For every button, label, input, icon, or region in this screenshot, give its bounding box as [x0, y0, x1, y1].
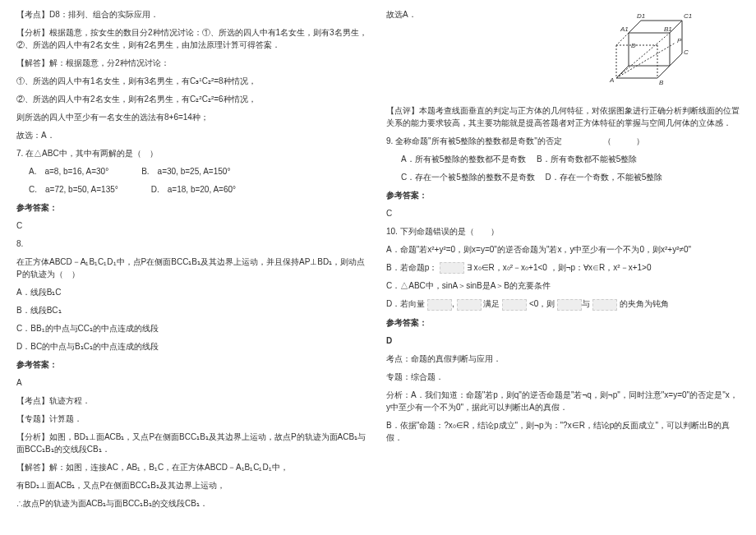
formula-exists-icon: [440, 262, 464, 274]
vector-b2-icon: [592, 299, 617, 311]
q10-kaodian: 考点：命题的真假判断与应用．: [386, 353, 740, 365]
svg-marker-0: [629, 33, 670, 66]
jieda-head: 【解答】解：根据题意，分2种情况讨论：: [16, 57, 370, 69]
q10-d-mid: 满足: [483, 299, 500, 308]
q10-d-end: 的夹角为钝角: [620, 299, 669, 308]
q7-opt-b: B. a=30, b=25, A=150°: [141, 165, 230, 178]
q7-stem: 7. 在△ABC中，其中有两解的是（ ）: [16, 147, 370, 159]
q8-zhuanti: 【专题】计算题．: [16, 413, 370, 425]
left-column: 【考点】D8：排列、组合的实际应用． 【分析】根据题意，按女生的数目分2种情况讨…: [0, 0, 378, 535]
q7-ans: C: [16, 219, 370, 232]
q10-d-tail: <0，则: [529, 299, 555, 308]
label-b1: B1: [664, 25, 672, 33]
q7-options-row1: A. a=8, b=16, A=30° B. a=30, b=25, A=150…: [29, 165, 370, 178]
vector-a-icon: [427, 299, 452, 311]
label-b: B: [659, 79, 664, 86]
q8-stem: 在正方体ABCD－A₁B₁C₁D₁中，点P在侧面BCC₁B₁及其边界上运动，并且…: [16, 256, 370, 280]
svg-line-4: [616, 33, 629, 45]
q10-ref: 参考答案：: [386, 316, 740, 329]
fenxi-line: 【分析】根据题意，按女生的数目分2种情况讨论：①、所选的四人中有1名女生，则有3…: [16, 26, 370, 51]
q8-kaodian: 【考点】轨迹方程．: [16, 394, 370, 407]
q10-zhuanti: 专题：综合题．: [386, 371, 740, 383]
q7-opt-c: C. a=72, b=50, A=135°: [29, 183, 118, 196]
q8-opt-a: A．线段B₁C: [16, 286, 370, 298]
q8-opt-c: C．BB₁的中点与CC₁的中点连成的线段: [16, 322, 370, 334]
q9-stem: 9. 全称命题"所有被5整除的整数都是奇数"的否定 （ ）: [386, 135, 740, 147]
q10-opt-a: A．命题"若x²+y²=0，则x=y=0"的逆否命题为"若x，y中至少有一个不为…: [386, 243, 740, 256]
label-c: C: [684, 48, 689, 56]
svg-line-15: [616, 43, 675, 78]
q8-opt-d: D．BC的中点与B₁C₁的中点连成的线段: [16, 340, 370, 353]
q9-ref: 参考答案：: [386, 189, 740, 201]
q8-ans: A: [16, 376, 370, 389]
right-column: 故选A． D1 C1 A1 B1 P D C: [378, 0, 756, 535]
q10-opt-b: B．若命题p： ∃ x₀∈R，x₀²－x₀+1<0 ，则¬p：∀x∈R，x²－x…: [386, 261, 740, 274]
q7-ref: 参考答案：: [16, 201, 370, 214]
q9-opt-d: D．存在一个奇数，不能被5整除: [546, 173, 663, 182]
q8-ref: 参考答案：: [16, 358, 370, 371]
q10-b-head: B．若命题p：: [386, 263, 437, 272]
label-a: A: [609, 76, 614, 84]
cube-diagram: D1 C1 A1 B1 P D C A B: [608, 8, 707, 90]
q7-options-row2: C. a=72, b=50, A=135° D. a=18, b=20, A=6…: [29, 183, 370, 196]
svg-line-14: [616, 33, 670, 78]
q7-opt-a: A. a=8, b=16, A=30°: [29, 165, 108, 178]
svg-line-6: [629, 21, 641, 33]
label-d1: D1: [637, 12, 645, 20]
q9-opts-row1: A．所有被5整除的整数都不是奇数 B．所有奇数都不能被5整除: [386, 153, 740, 165]
q8-jieda2: 有BD₁⊥面ACB₁，又点P在侧面BCC₁B₁及其边界上运动，: [16, 479, 370, 491]
svg-line-2: [657, 66, 670, 78]
vector-b-icon: [457, 299, 482, 311]
q9-opt-c: C．存在一个被5整除的整数不是奇数: [401, 173, 535, 182]
dot-product-icon: [502, 299, 527, 311]
guxuan: 故选：A．: [16, 129, 370, 141]
q10-ans: D: [386, 334, 740, 347]
case-sum: 则所选的四人中至少有一名女生的选法有8+6=14种；: [16, 111, 370, 123]
svg-line-1: [616, 66, 629, 78]
q10-fenxi-a: 分析：A．我们知道：命题"若p，则q"的逆否命题是"若¬q，则¬p"，同时注意"…: [386, 389, 740, 413]
q10-opt-d: D．若向量 , 满足 <0，则 与 的夹角为钝角: [386, 297, 740, 310]
svg-line-9: [670, 53, 682, 66]
q10-b-mid: ，则¬p：∀x∈R，x²－x+1>0: [550, 263, 652, 272]
q8-jieda1: 【解答】解：如图，连接AC，AB₁，B₁C，在正方体ABCD－A₁B₁C₁D₁中…: [16, 461, 370, 473]
case1: ①、所选的四人中有1名女生，则有3名男生，有C₃¹C₂²=8种情况，: [16, 75, 370, 87]
q9-opt-a: A．所有被5整除的整数都不是奇数: [401, 155, 526, 164]
q10-d-head: D．若向量: [386, 299, 425, 308]
q8-jieda3: ∴故点P的轨迹为面ACB₁与面BCC₁B₁的交线段CB₁．: [16, 497, 370, 510]
label-c1: C1: [684, 12, 692, 20]
q9-opt-b: B．所有奇数都不能被5整除: [537, 155, 637, 164]
case2: ②、所选的四人中有2名女生，则有2名男生，有C₂²C₂²=6种情况，: [16, 93, 370, 105]
q7-opt-d: D. a=18, b=20, A=60°: [151, 183, 236, 196]
q8-fenxi: 【分析】如图，BD₁⊥面ACB₁，又点P在侧面BCC₁B₁及其边界上运动，故点P…: [16, 431, 370, 455]
q10-stem: 10. 下列命题错误的是（ ）: [386, 225, 740, 238]
label-p: P: [677, 37, 682, 44]
q10-opt-c: C．△ABC中，sinA＞sinB是A＞B的充要条件: [386, 279, 740, 292]
dianping: 【点评】本题考查线面垂直的判定与正方体的几何特征，对依据图象进行正确分析判断线面…: [386, 104, 740, 129]
kaodian-line: 【考点】D8：排列、组合的实际应用．: [16, 8, 370, 21]
label-a1: A1: [620, 25, 629, 33]
q8-num: 8.: [16, 238, 370, 250]
q10-fenxi-b: B．依据"命题：?x₀∈R，结论p成立"，则¬p为："?x∈R，结论p的反面成立…: [386, 419, 740, 444]
q9-opts-row2: C．存在一个被5整除的整数不是奇数 D．存在一个奇数，不能被5整除: [386, 171, 740, 183]
label-d: D: [631, 42, 636, 49]
vector-a2-icon: [557, 299, 582, 311]
q8-opt-b: B．线段BC₁: [16, 304, 370, 316]
q9-ans: C: [386, 207, 740, 219]
